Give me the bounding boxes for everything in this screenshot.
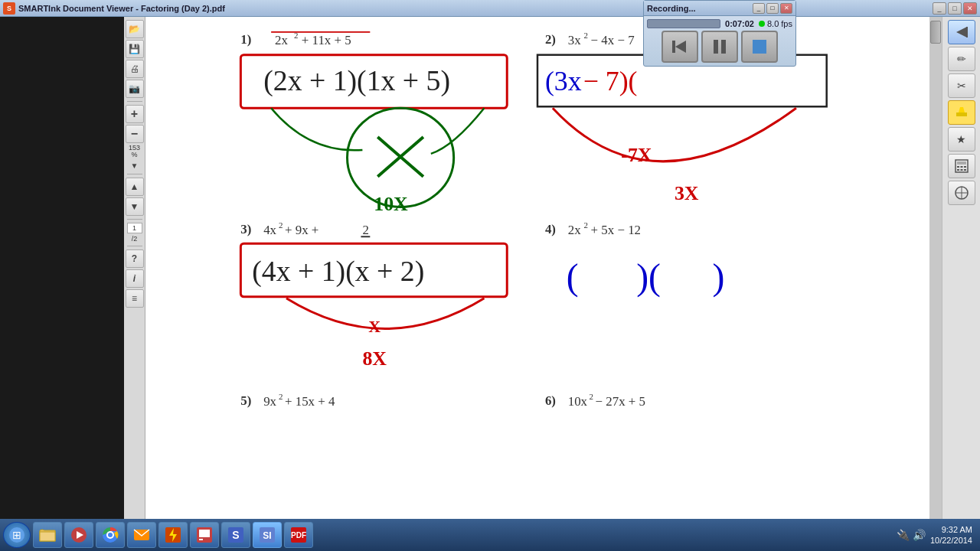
minimize-button[interactable]: _ <box>933 2 946 15</box>
svg-text:8X: 8X <box>362 347 387 370</box>
close-button[interactable]: ✕ <box>963 2 977 15</box>
far-right-pencil-button[interactable]: ✏ <box>948 47 975 71</box>
clock-date: 10/22/2014 <box>930 535 972 546</box>
toolbar-separator-1 <box>127 101 142 102</box>
system-tray: 🔌 🔊 <box>897 529 926 541</box>
taskbar-right: 🔌 🔊 9:32 AM 10/22/2014 <box>897 524 977 546</box>
taskbar-presentation[interactable] <box>190 522 219 548</box>
svg-rect-3 <box>721 40 726 54</box>
svg-rect-12 <box>960 166 962 168</box>
help-button-1[interactable]: ? <box>126 249 144 268</box>
svg-text:− 27x + 5: − 27x + 5 <box>596 394 645 409</box>
svg-text:+ 5x − 12: + 5x − 12 <box>591 223 641 237</box>
toolbar-separator-4 <box>127 246 142 246</box>
svg-text:2x: 2x <box>275 33 288 47</box>
svg-text:2: 2 <box>362 223 368 237</box>
print-button[interactable]: 🖨 <box>126 60 144 78</box>
page-down-button[interactable]: ▼ <box>126 197 144 216</box>
svg-rect-10 <box>957 161 966 165</box>
taskbar-smartboard[interactable]: S <box>221 522 250 548</box>
recording-rewind-button[interactable] <box>662 31 698 63</box>
time-progress-bar <box>647 19 720 28</box>
svg-rect-14 <box>957 169 959 171</box>
title-bar-left: S SMARTInk Document Viewer - Factoring (… <box>3 2 225 15</box>
svg-text:S: S <box>232 529 239 541</box>
taskbar-folder[interactable] <box>33 522 62 548</box>
svg-text:1): 1) <box>240 32 251 47</box>
taskbar-smartink-active[interactable]: SI <box>253 522 282 548</box>
recording-close[interactable]: ✕ <box>780 3 792 14</box>
save-button[interactable]: 💾 <box>126 40 144 58</box>
far-right-scissors-button[interactable]: ✂ <box>948 73 975 98</box>
taskbar-email[interactable] <box>127 522 156 548</box>
title-bar-controls: _ □ ✕ <box>933 2 977 15</box>
svg-text:PDF: PDF <box>291 531 306 540</box>
recording-title-bar: Recording... _ □ ✕ <box>644 1 795 16</box>
settings-button[interactable]: ≡ <box>126 289 144 308</box>
svg-rect-4 <box>753 40 766 54</box>
info-button[interactable]: i <box>126 269 144 288</box>
far-right-star-button[interactable]: ★ <box>948 127 975 152</box>
svg-text:4x: 4x <box>263 223 276 237</box>
recording-title: Recording... <box>647 4 696 13</box>
svg-marker-5 <box>956 27 967 37</box>
svg-marker-8 <box>959 107 965 112</box>
svg-point-72 <box>108 533 113 537</box>
maximize-button[interactable]: □ <box>948 2 962 15</box>
left-toolbar: 📂 💾 🖨 📷 + − 153 % ▼ ▲ ▼ 1 /2 ? i ≡ <box>124 17 145 522</box>
svg-text:− 7)(: − 7)( <box>583 66 638 96</box>
network-icon: 🔌 <box>897 529 910 541</box>
svg-text:-7X: -7X <box>621 144 652 166</box>
far-right-button-1[interactable] <box>948 20 975 44</box>
taskbar-pdf[interactable]: PDF <box>284 522 313 548</box>
svg-rect-15 <box>960 169 962 171</box>
svg-text:2: 2 <box>584 31 588 40</box>
system-clock[interactable]: 9:32 AM 10/22/2014 <box>930 524 972 546</box>
svg-text:+ 11x + 5: + 11x + 5 <box>302 33 351 47</box>
svg-text:3X: 3X <box>675 182 699 204</box>
recording-maximize[interactable]: □ <box>766 3 779 14</box>
taskbar-chrome[interactable] <box>96 522 125 548</box>
start-button[interactable]: ⊞ <box>3 522 31 548</box>
zoom-in-button[interactable]: + <box>126 105 144 123</box>
svg-text:9x: 9x <box>263 394 276 409</box>
svg-text:(3x: (3x <box>545 66 582 96</box>
taskbar-media-player[interactable] <box>64 522 93 548</box>
page-up-button[interactable]: ▲ <box>126 178 144 196</box>
svg-text:)(: )( <box>636 256 661 298</box>
svg-text:6): 6) <box>545 393 556 408</box>
svg-text:(4x + 1)(x + 2): (4x + 1)(x + 2) <box>252 255 424 288</box>
svg-rect-0 <box>672 41 675 53</box>
recording-stop-button[interactable] <box>741 31 778 63</box>
recording-fps: 8.0 fps <box>759 19 792 28</box>
svg-text:2: 2 <box>279 392 283 401</box>
page-total: /2 <box>132 235 138 243</box>
recording-pause-button[interactable] <box>701 31 738 63</box>
taskbar: ⊞ <box>0 519 980 551</box>
main-document-area: 1) 2x 2 + 11x + 5 (2x + 1)(1x + 5) 10X 2… <box>145 17 929 519</box>
open-button[interactable]: 📂 <box>126 20 144 38</box>
scrollbar-thumb[interactable] <box>930 21 941 44</box>
svg-rect-77 <box>199 530 210 537</box>
page-number: 1 <box>127 223 142 233</box>
vertical-scrollbar[interactable] <box>929 17 942 519</box>
recording-time-row: 0:07:02 8.0 fps <box>647 19 792 28</box>
far-right-calc-button[interactable] <box>948 154 975 178</box>
toolbar-separator-3 <box>127 219 142 220</box>
zoom-out-button[interactable]: − <box>126 125 144 143</box>
far-right-highlight-button[interactable] <box>948 100 975 125</box>
svg-text:(: ( <box>567 256 579 298</box>
svg-text:+ 15x + 4: + 15x + 4 <box>285 394 335 409</box>
snapshot-button[interactable]: 📷 <box>126 80 144 98</box>
volume-icon: 🔊 <box>913 529 926 541</box>
svg-text:3x: 3x <box>568 33 581 47</box>
recording-minimize[interactable]: _ <box>753 3 765 14</box>
zoom-arrow-down[interactable]: ▼ <box>129 160 140 171</box>
svg-text:5): 5) <box>240 393 251 408</box>
recording-buttons-row <box>647 31 792 63</box>
svg-text:2x: 2x <box>568 223 581 237</box>
recording-panel: Recording... _ □ ✕ 0:07:02 8.0 fps <box>643 0 796 67</box>
far-right-tool-button[interactable] <box>948 181 975 205</box>
taskbar-lightning[interactable] <box>158 522 188 548</box>
window-title: SMARTInk Document Viewer - Factoring (Da… <box>18 4 225 13</box>
